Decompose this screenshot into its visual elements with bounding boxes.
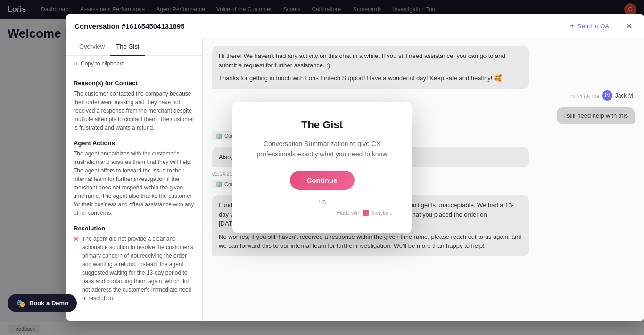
book-demo-button[interactable]: 🎭 Book a Demo (8, 294, 77, 312)
storylane-row: Made with Storylane (251, 210, 393, 216)
book-demo-label: Book a Demo (29, 300, 68, 307)
demo-icon: 🎭 (16, 299, 25, 308)
storylane-made-with: Made with (337, 210, 360, 216)
gist-modal-actions: Continue 1/5 (251, 171, 393, 206)
pagination: 1/5 (318, 199, 326, 206)
gist-modal-title: The Gist (251, 119, 393, 131)
gist-modal-overlay: The Gist Conversation Summarization to g… (0, 0, 644, 335)
continue-button[interactable]: Continue (290, 171, 355, 190)
gist-modal: The Gist Conversation Summarization to g… (232, 102, 412, 234)
storylane-brand: Storylane (371, 210, 393, 216)
storylane-icon (363, 210, 369, 216)
gist-modal-description: Conversation Summarization to give CX pr… (251, 139, 393, 160)
